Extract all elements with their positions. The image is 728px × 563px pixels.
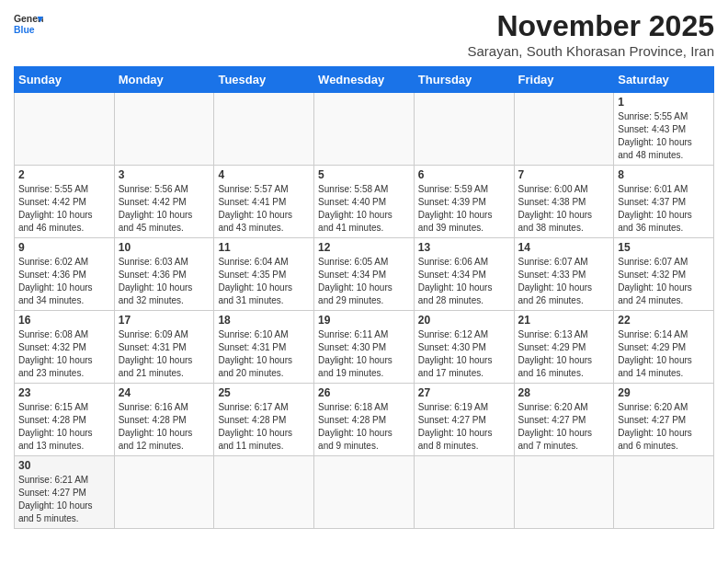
- day-number: 1: [618, 96, 710, 109]
- calendar-day-cell: 16Sunrise: 6:08 AM Sunset: 4:32 PM Dayli…: [15, 311, 115, 384]
- day-of-week-header: Saturday: [614, 67, 714, 93]
- day-number: 30: [18, 459, 110, 472]
- calendar-table: SundayMondayTuesdayWednesdayThursdayFrid…: [14, 66, 714, 529]
- day-number: 29: [618, 386, 710, 399]
- calendar-day-cell: [414, 93, 514, 166]
- day-info: Sunrise: 6:07 AM Sunset: 4:33 PM Dayligh…: [518, 256, 610, 307]
- day-info: Sunrise: 6:02 AM Sunset: 4:36 PM Dayligh…: [18, 256, 110, 307]
- day-number: 27: [418, 386, 510, 399]
- calendar-day-cell: [214, 456, 314, 529]
- day-number: 3: [119, 168, 210, 181]
- day-info: Sunrise: 5:59 AM Sunset: 4:39 PM Dayligh…: [418, 183, 510, 235]
- day-info: Sunrise: 6:16 AM Sunset: 4:28 PM Dayligh…: [119, 401, 210, 453]
- day-of-week-header: Friday: [514, 67, 614, 93]
- calendar-week-row: 2Sunrise: 5:55 AM Sunset: 4:42 PM Daylig…: [15, 166, 714, 238]
- day-number: 4: [218, 168, 310, 181]
- day-info: Sunrise: 6:15 AM Sunset: 4:28 PM Dayligh…: [18, 401, 110, 453]
- day-info: Sunrise: 6:01 AM Sunset: 4:37 PM Dayligh…: [618, 183, 710, 235]
- calendar-day-cell: [314, 456, 415, 529]
- calendar-day-cell: 15Sunrise: 6:07 AM Sunset: 4:32 PM Dayli…: [614, 238, 714, 311]
- day-info: Sunrise: 6:14 AM Sunset: 4:29 PM Dayligh…: [618, 328, 710, 380]
- calendar-header-row: SundayMondayTuesdayWednesdayThursdayFrid…: [15, 67, 714, 93]
- calendar-day-cell: [514, 93, 614, 166]
- day-number: 24: [119, 386, 210, 399]
- calendar-day-cell: 23Sunrise: 6:15 AM Sunset: 4:28 PM Dayli…: [15, 384, 115, 456]
- calendar-day-cell: 6Sunrise: 5:59 AM Sunset: 4:39 PM Daylig…: [414, 166, 514, 238]
- calendar-day-cell: 2Sunrise: 5:55 AM Sunset: 4:42 PM Daylig…: [15, 166, 115, 238]
- day-number: 14: [518, 241, 610, 254]
- day-info: Sunrise: 6:20 AM Sunset: 4:27 PM Dayligh…: [618, 401, 710, 453]
- calendar-day-cell: 21Sunrise: 6:13 AM Sunset: 4:29 PM Dayli…: [514, 311, 614, 384]
- calendar-day-cell: 3Sunrise: 5:56 AM Sunset: 4:42 PM Daylig…: [114, 166, 214, 238]
- page-header: General Blue November 2025 Sarayan, Sout…: [14, 9, 714, 59]
- day-number: 10: [119, 241, 210, 254]
- calendar-day-cell: 20Sunrise: 6:12 AM Sunset: 4:30 PM Dayli…: [414, 311, 514, 384]
- calendar-week-row: 9Sunrise: 6:02 AM Sunset: 4:36 PM Daylig…: [15, 238, 714, 311]
- day-info: Sunrise: 6:10 AM Sunset: 4:31 PM Dayligh…: [218, 328, 310, 380]
- calendar-week-row: 1Sunrise: 5:55 AM Sunset: 4:43 PM Daylig…: [15, 93, 714, 166]
- day-number: 18: [218, 314, 310, 327]
- calendar-day-cell: [114, 93, 214, 166]
- day-number: 8: [618, 168, 710, 181]
- location-subtitle: Sarayan, South Khorasan Province, Iran: [468, 43, 715, 59]
- day-info: Sunrise: 6:08 AM Sunset: 4:32 PM Dayligh…: [18, 328, 110, 380]
- calendar-day-cell: 22Sunrise: 6:14 AM Sunset: 4:29 PM Dayli…: [614, 311, 714, 384]
- calendar-day-cell: [214, 93, 314, 166]
- calendar-day-cell: 26Sunrise: 6:18 AM Sunset: 4:28 PM Dayli…: [314, 384, 415, 456]
- day-info: Sunrise: 5:56 AM Sunset: 4:42 PM Dayligh…: [119, 183, 210, 235]
- day-number: 17: [119, 314, 210, 327]
- day-info: Sunrise: 6:00 AM Sunset: 4:38 PM Dayligh…: [518, 183, 610, 235]
- calendar-day-cell: 29Sunrise: 6:20 AM Sunset: 4:27 PM Dayli…: [614, 384, 714, 456]
- day-number: 22: [618, 314, 710, 327]
- calendar-day-cell: 5Sunrise: 5:58 AM Sunset: 4:40 PM Daylig…: [314, 166, 415, 238]
- day-number: 12: [318, 241, 410, 254]
- day-number: 2: [18, 168, 110, 181]
- day-of-week-header: Wednesday: [314, 67, 415, 93]
- logo-icon: General Blue: [14, 9, 43, 39]
- calendar-day-cell: 17Sunrise: 6:09 AM Sunset: 4:31 PM Dayli…: [114, 311, 214, 384]
- logo: General Blue: [14, 9, 43, 39]
- day-info: Sunrise: 6:17 AM Sunset: 4:28 PM Dayligh…: [218, 401, 310, 453]
- calendar-day-cell: [15, 93, 115, 166]
- day-info: Sunrise: 5:55 AM Sunset: 4:43 PM Dayligh…: [618, 110, 710, 162]
- title-block: November 2025 Sarayan, South Khorasan Pr…: [468, 9, 715, 59]
- day-number: 7: [518, 168, 610, 181]
- day-number: 5: [318, 168, 410, 181]
- day-number: 28: [518, 386, 610, 399]
- day-info: Sunrise: 5:57 AM Sunset: 4:41 PM Dayligh…: [218, 183, 310, 235]
- day-info: Sunrise: 5:58 AM Sunset: 4:40 PM Dayligh…: [318, 183, 410, 235]
- day-info: Sunrise: 6:03 AM Sunset: 4:36 PM Dayligh…: [119, 256, 210, 307]
- day-number: 13: [418, 241, 510, 254]
- day-number: 19: [318, 314, 410, 327]
- calendar-day-cell: 8Sunrise: 6:01 AM Sunset: 4:37 PM Daylig…: [614, 166, 714, 238]
- day-number: 20: [418, 314, 510, 327]
- day-info: Sunrise: 6:18 AM Sunset: 4:28 PM Dayligh…: [318, 401, 410, 453]
- calendar-day-cell: 9Sunrise: 6:02 AM Sunset: 4:36 PM Daylig…: [15, 238, 115, 311]
- calendar-day-cell: 25Sunrise: 6:17 AM Sunset: 4:28 PM Dayli…: [214, 384, 314, 456]
- calendar-day-cell: 30Sunrise: 6:21 AM Sunset: 4:27 PM Dayli…: [15, 456, 115, 529]
- day-number: 15: [618, 241, 710, 254]
- day-number: 16: [18, 314, 110, 327]
- day-number: 11: [218, 241, 310, 254]
- month-year-title: November 2025: [468, 9, 715, 43]
- day-info: Sunrise: 6:21 AM Sunset: 4:27 PM Dayligh…: [18, 474, 110, 525]
- day-of-week-header: Sunday: [15, 67, 115, 93]
- day-info: Sunrise: 6:19 AM Sunset: 4:27 PM Dayligh…: [418, 401, 510, 453]
- day-info: Sunrise: 6:11 AM Sunset: 4:30 PM Dayligh…: [318, 328, 410, 380]
- svg-text:Blue: Blue: [14, 25, 35, 35]
- day-number: 9: [18, 241, 110, 254]
- day-of-week-header: Tuesday: [214, 67, 314, 93]
- day-info: Sunrise: 6:09 AM Sunset: 4:31 PM Dayligh…: [119, 328, 210, 380]
- calendar-week-row: 30Sunrise: 6:21 AM Sunset: 4:27 PM Dayli…: [15, 456, 714, 529]
- calendar-week-row: 23Sunrise: 6:15 AM Sunset: 4:28 PM Dayli…: [15, 384, 714, 456]
- calendar-day-cell: [414, 456, 514, 529]
- calendar-day-cell: 14Sunrise: 6:07 AM Sunset: 4:33 PM Dayli…: [514, 238, 614, 311]
- calendar-day-cell: 12Sunrise: 6:05 AM Sunset: 4:34 PM Dayli…: [314, 238, 415, 311]
- day-info: Sunrise: 6:12 AM Sunset: 4:30 PM Dayligh…: [418, 328, 510, 380]
- calendar-day-cell: [514, 456, 614, 529]
- calendar-day-cell: 28Sunrise: 6:20 AM Sunset: 4:27 PM Dayli…: [514, 384, 614, 456]
- calendar-day-cell: [114, 456, 214, 529]
- day-of-week-header: Thursday: [414, 67, 514, 93]
- day-info: Sunrise: 6:07 AM Sunset: 4:32 PM Dayligh…: [618, 256, 710, 307]
- calendar-week-row: 16Sunrise: 6:08 AM Sunset: 4:32 PM Dayli…: [15, 311, 714, 384]
